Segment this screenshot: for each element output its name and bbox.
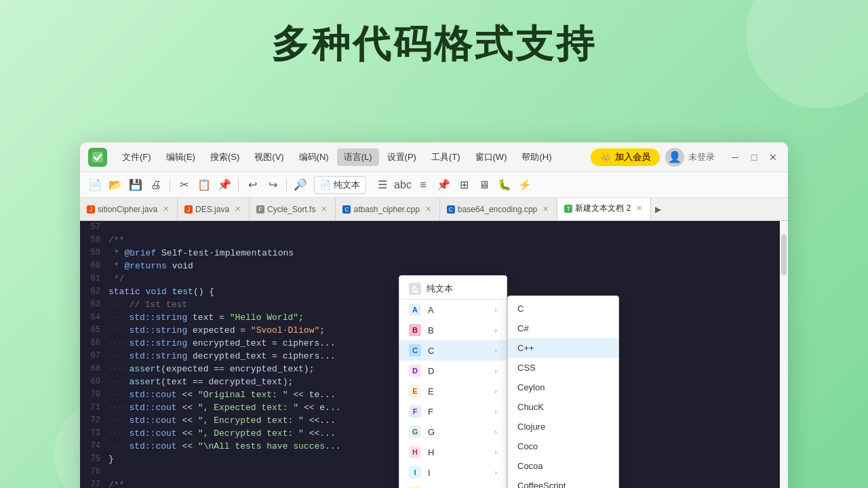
scrollbar-thumb[interactable]: [781, 235, 787, 275]
toolbar-monitor[interactable]: 🖥: [475, 176, 494, 195]
toolbar-right: ☰ abc ≡ 📌 ⊞ 🖥 🐛 ⚡: [373, 176, 534, 195]
menu-encoding[interactable]: 编码(N): [292, 148, 336, 166]
lang-Ceylon[interactable]: Ceylon: [508, 378, 618, 397]
menu-window[interactable]: 窗口(W): [469, 148, 514, 166]
letter-menu-H[interactable]: H H ›: [399, 442, 507, 462]
toolbar-redo[interactable]: ↪: [263, 176, 282, 195]
code-line-57: 57: [80, 221, 788, 234]
tabs-bar: J sitionCipher.java ✕ J DES.java ✕ F Cyc…: [80, 198, 788, 221]
tab-close-1[interactable]: ✕: [233, 204, 242, 214]
language-dropdown[interactable]: 📄 纯文本: [314, 176, 366, 194]
letter-icon-G: G: [409, 426, 421, 438]
lang-CoffeeScript[interactable]: CoffeeScript: [508, 476, 618, 488]
letter-menu-I[interactable]: I I ›: [399, 462, 507, 483]
letter-label-C: C: [428, 346, 434, 356]
tab-close-2[interactable]: ✕: [319, 204, 328, 214]
lang-CSS[interactable]: CSS: [508, 358, 618, 378]
lang-Cpp[interactable]: C++: [508, 338, 618, 358]
toolbar-align[interactable]: ≡: [414, 176, 433, 195]
toolbar-save[interactable]: 💾: [126, 176, 145, 195]
menu-view[interactable]: 视图(V): [248, 148, 290, 166]
toolbar-cut[interactable]: ✂: [174, 176, 193, 195]
toolbar-sep-1: [170, 178, 170, 192]
letter-menu-D[interactable]: D D ›: [399, 361, 507, 381]
lang-Coco[interactable]: Coco: [508, 436, 618, 456]
letter-label-F: F: [428, 407, 433, 417]
tab-DES[interactable]: J DES.java ✕: [178, 198, 250, 221]
tab-sitionCipher[interactable]: J sitionCipher.java ✕: [80, 198, 178, 221]
tab-close-0[interactable]: ✕: [161, 204, 170, 214]
toolbar-copy[interactable]: 📋: [195, 176, 214, 195]
letter-menu-B[interactable]: B B ›: [399, 320, 507, 340]
scrollbar[interactable]: [780, 221, 788, 488]
tab-close-4[interactable]: ✕: [541, 204, 550, 214]
crown-icon: 👑: [600, 152, 611, 162]
letter-menu-E[interactable]: E E ›: [399, 381, 507, 401]
lang-Csharp[interactable]: C#: [508, 319, 618, 338]
lang-Cocoa[interactable]: Cocoa: [508, 456, 618, 476]
menu-settings[interactable]: 设置(P): [380, 148, 423, 166]
bg-decoration-circle-top: [746, 0, 868, 108]
lang-C[interactable]: C: [508, 299, 618, 319]
lang-label-Coco: Coco: [517, 441, 538, 451]
letter-menu-C[interactable]: C C ›: [399, 340, 507, 361]
toolbar-new[interactable]: 📄: [85, 176, 104, 195]
menu-edit[interactable]: 编辑(E): [159, 148, 202, 166]
toolbar-open[interactable]: 📂: [106, 176, 125, 195]
lang-dropdown-icon: 📄: [320, 180, 331, 190]
maximize-button[interactable]: □: [747, 150, 761, 164]
tab-close-3[interactable]: ✕: [424, 204, 433, 214]
letter-menu-A[interactable]: A A ›: [399, 300, 507, 320]
code-line-60: 60 * @returns void: [80, 260, 788, 272]
toolbar-list[interactable]: ☰: [373, 176, 392, 195]
chevron-right-A: ›: [494, 306, 497, 314]
lang-label-CoffeeScript: CoffeeScript: [517, 481, 566, 488]
toolbar-search[interactable]: 🔎: [291, 176, 310, 195]
tab-icon-cpp-1: C: [342, 205, 351, 214]
plain-text-label: 纯文本: [427, 283, 453, 295]
menu-file[interactable]: 文件(F): [115, 148, 158, 166]
menu-search[interactable]: 搜索(S): [203, 148, 246, 166]
toolbar-pin[interactable]: 📌: [434, 176, 453, 195]
lang-label-Ceylon: Ceylon: [517, 382, 545, 392]
lang-ChucK[interactable]: ChucK: [508, 397, 618, 417]
tab-label-4: base64_encoding.cpp: [458, 205, 537, 214]
letter-menu-F[interactable]: F F ›: [399, 401, 507, 422]
toolbar-paste[interactable]: 📌: [215, 176, 234, 195]
tab-scroll-arrow[interactable]: ▶: [651, 205, 665, 214]
letter-label-B: B: [428, 325, 434, 336]
menu-tools[interactable]: 工具(T): [425, 148, 467, 166]
chevron-right-E: ›: [494, 387, 497, 395]
page-title: 多种代码格式支持: [0, 0, 868, 70]
tab-atbash[interactable]: C atbash_cipher.cpp ✕: [336, 198, 439, 221]
tab-base64[interactable]: C base64_encoding.cpp ✕: [440, 198, 557, 221]
letter-menu-J[interactable]: J J ›: [399, 483, 507, 488]
menu-help[interactable]: 帮助(H): [515, 148, 558, 166]
tab-CycleSort[interactable]: F Cycle_Sort.fs ✕: [250, 198, 336, 221]
window-controls: ─ □ ✕: [728, 150, 780, 164]
user-area: 👤 未登录: [665, 148, 715, 167]
toolbar-grid[interactable]: ⊞: [454, 176, 473, 195]
tab-newdoc[interactable]: T 新建文本文档 2 ✕: [557, 198, 651, 221]
menu-language[interactable]: 语言(L): [337, 148, 379, 166]
tab-label-2: Cycle_Sort.fs: [267, 205, 315, 214]
lang-Clojure[interactable]: Clojure: [508, 417, 618, 436]
plain-text-menu-item[interactable]: 📄 纯文本: [399, 279, 507, 300]
letter-label-A: A: [428, 305, 434, 315]
minimize-button[interactable]: ─: [728, 150, 742, 164]
toolbar-print[interactable]: 🖨: [146, 176, 165, 195]
join-member-button[interactable]: 👑 加入会员: [591, 148, 660, 166]
chevron-right-B: ›: [494, 326, 497, 334]
tab-label-5: 新建文本文档 2: [575, 203, 631, 214]
toolbar-undo[interactable]: ↩: [243, 176, 262, 195]
tab-close-5[interactable]: ✕: [635, 203, 644, 214]
tab-label-0: sitionCipher.java: [98, 205, 157, 214]
letter-icon-B: B: [409, 324, 421, 336]
letter-menu-G[interactable]: G G ›: [399, 422, 507, 442]
tab-icon-java-1: J: [87, 205, 95, 214]
letter-icon-E: E: [409, 385, 421, 397]
toolbar-abc[interactable]: abc: [393, 176, 412, 195]
close-button[interactable]: ✕: [766, 150, 780, 164]
toolbar-debug[interactable]: 🐛: [495, 176, 514, 195]
toolbar-lightning[interactable]: ⚡: [515, 176, 534, 195]
